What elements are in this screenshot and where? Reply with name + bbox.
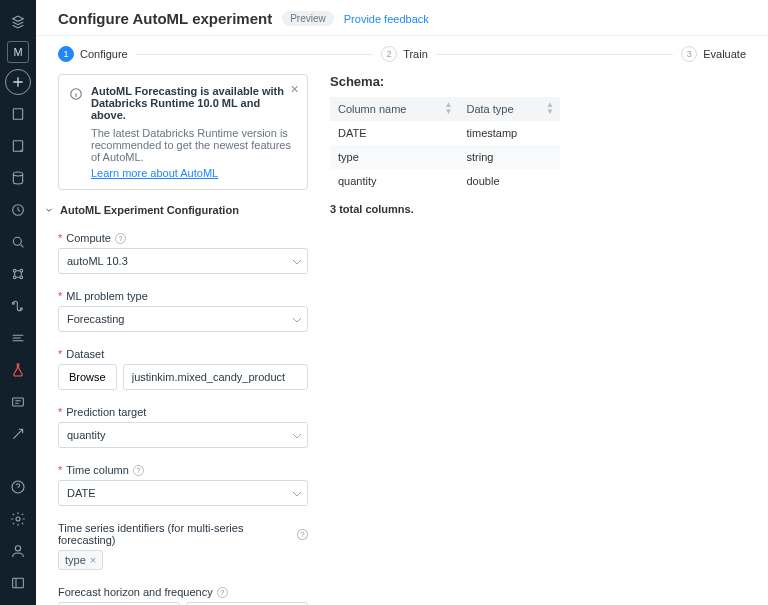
svg-point-6 — [20, 269, 23, 272]
svg-point-10 — [20, 308, 22, 310]
svg-rect-15 — [13, 578, 24, 587]
target-select[interactable]: quantity — [58, 422, 308, 448]
problem-select[interactable]: Forecasting — [58, 306, 308, 332]
field-target: Prediction target quantity — [58, 406, 308, 448]
models-icon[interactable] — [5, 389, 31, 415]
field-problem-type: ML problem type Forecasting — [58, 290, 308, 332]
help-icon[interactable]: ? — [217, 587, 228, 598]
table-row: DATEtimestamp — [330, 121, 560, 145]
timecol-label: Time column? — [58, 464, 308, 476]
field-compute: Compute? autoML 10.3 — [58, 232, 308, 274]
step-configure[interactable]: 1 Configure — [58, 46, 128, 62]
svg-rect-1 — [13, 141, 22, 152]
schema-title: Schema: — [330, 74, 560, 89]
header-divider — [36, 35, 768, 36]
help-icon[interactable]: ? — [297, 529, 308, 540]
notebook-icon[interactable] — [5, 101, 31, 127]
svg-point-7 — [13, 276, 16, 279]
problem-label: ML problem type — [58, 290, 308, 302]
recent-icon[interactable] — [5, 197, 31, 223]
user-icon[interactable] — [5, 538, 31, 564]
step-label: Train — [403, 48, 428, 60]
info-title: AutoML Forecasting is available with Dat… — [91, 85, 284, 121]
dataset-input[interactable] — [123, 364, 308, 390]
info-icon — [69, 87, 83, 101]
help-icon[interactable] — [5, 474, 31, 500]
step-label: Evaluate — [703, 48, 746, 60]
horizon-label: Forecast horizon and frequency? — [58, 586, 308, 598]
info-body: The latest Databricks Runtime version is… — [91, 127, 297, 163]
step-line — [136, 54, 373, 55]
info-banner: AutoML Forecasting is available with Dat… — [58, 74, 308, 190]
form-column: AutoML Forecasting is available with Dat… — [58, 74, 308, 605]
step-label: Configure — [80, 48, 128, 60]
settings-icon[interactable] — [5, 506, 31, 532]
svg-rect-0 — [13, 109, 22, 120]
timecol-select[interactable]: DATE — [58, 480, 308, 506]
svg-point-9 — [12, 302, 14, 304]
field-horizon: Forecast horizon and frequency? Days — [58, 586, 308, 605]
experiments-icon[interactable] — [5, 357, 31, 383]
step-evaluate[interactable]: 3 Evaluate — [681, 46, 746, 62]
svg-rect-11 — [13, 398, 24, 406]
svg-point-4 — [13, 237, 21, 245]
preview-badge: Preview — [282, 11, 334, 26]
field-dataset: Dataset Browse — [58, 348, 308, 390]
compute-select[interactable]: autoML 10.3 — [58, 248, 308, 274]
info-learn-more-link[interactable]: Learn more about AutoML — [91, 167, 297, 179]
feedback-link[interactable]: Provide feedback — [344, 13, 429, 25]
close-icon[interactable]: ✕ — [290, 83, 299, 96]
step-number-3: 3 — [681, 46, 697, 62]
step-number-2: 2 — [381, 46, 397, 62]
browse-button[interactable]: Browse — [58, 364, 117, 390]
left-rail: M — [0, 0, 36, 605]
field-time-column: Time column? DATE — [58, 464, 308, 506]
table-row: quantitydouble — [330, 169, 560, 193]
workspace-switcher[interactable]: M — [7, 41, 29, 63]
repo-icon[interactable] — [5, 133, 31, 159]
schema-panel: Schema: Column name▲▼ Data type▲▼ DATEti… — [330, 74, 560, 605]
schema-total: 3 total columns. — [330, 203, 560, 215]
step-number-1: 1 — [58, 46, 74, 62]
jobs-icon[interactable] — [5, 325, 31, 351]
dataset-label: Dataset — [58, 348, 308, 360]
search-icon[interactable] — [5, 229, 31, 255]
help-icon[interactable]: ? — [133, 465, 144, 476]
th-column-name[interactable]: Column name▲▼ — [330, 97, 458, 121]
compute-label: Compute? — [58, 232, 308, 244]
page: Configure AutoML experiment Preview Prov… — [36, 0, 768, 605]
svg-point-14 — [15, 546, 20, 551]
compute-icon[interactable] — [5, 261, 31, 287]
chevron-down-icon — [44, 205, 54, 215]
step-train[interactable]: 2 Train — [381, 46, 428, 62]
sort-icon: ▲▼ — [546, 101, 554, 115]
tsid-label: Time series identifiers (for multi-serie… — [58, 522, 308, 546]
schema-table: Column name▲▼ Data type▲▼ DATEtimestamp … — [330, 97, 560, 193]
svg-point-13 — [16, 517, 20, 521]
stepper: 1 Configure 2 Train 3 Evaluate — [58, 46, 746, 62]
step-line — [436, 54, 673, 55]
tsid-chip[interactable]: type× — [58, 550, 103, 570]
th-data-type[interactable]: Data type▲▼ — [458, 97, 560, 121]
page-title: Configure AutoML experiment — [58, 10, 272, 27]
workflows-icon[interactable] — [5, 293, 31, 319]
panel-icon[interactable] — [5, 570, 31, 596]
svg-point-5 — [13, 269, 16, 272]
chip-remove-icon[interactable]: × — [90, 554, 96, 566]
serving-icon[interactable] — [5, 421, 31, 447]
svg-point-2 — [13, 172, 22, 176]
target-label: Prediction target — [58, 406, 308, 418]
field-ts-identifiers: Time series identifiers (for multi-serie… — [58, 522, 308, 570]
svg-point-8 — [20, 276, 23, 279]
page-header: Configure AutoML experiment Preview Prov… — [58, 10, 746, 27]
sort-icon: ▲▼ — [445, 101, 453, 115]
section-header-main[interactable]: AutoML Experiment Configuration — [44, 204, 308, 216]
logo-icon[interactable] — [5, 9, 31, 35]
help-icon[interactable]: ? — [115, 233, 126, 244]
data-icon[interactable] — [5, 165, 31, 191]
table-row: typestring — [330, 145, 560, 169]
create-icon[interactable] — [5, 69, 31, 95]
